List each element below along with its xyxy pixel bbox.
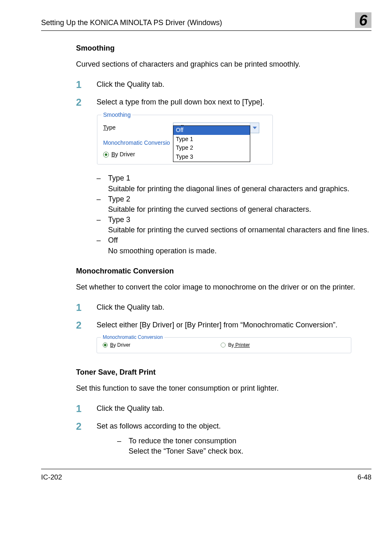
type1-desc: Suitable for printing the diagonal lines… [108,184,371,194]
smoothing-step2-text: Select a type from the pull down box nex… [97,97,371,108]
footer-left: IC-202 [41,473,62,482]
toner-intro: Set this function to save the toner cons… [76,383,371,394]
footer-right: 6-48 [357,473,371,482]
step-number: 2 [76,421,97,432]
type3-label: Type 3 [108,215,371,225]
chapter-box: 6 [355,12,371,28]
smoothing-screenshot: Smoothing Type Off Off Type 1 Ty [76,114,371,165]
smoothing-types-list: – Type 1 Suitable for printing the diago… [76,173,371,256]
footer-rule [41,469,371,469]
mono-screenshot: Monochromatic Conversion By Driver By Pr… [76,337,371,353]
type-dropdown-list[interactable]: Off Type 1 Type 2 Type 3 [173,125,250,162]
mono-step2-text: Select either [By Driver] or [By Printer… [97,320,371,331]
mono-step1-text: Click the Quality tab. [97,302,371,313]
smoothing-fieldset-legend: Smoothing [101,111,132,119]
smoothing-step1-text: Click the Quality tab. [97,79,371,90]
smoothing-intro: Curved sections of characters and graphi… [76,59,371,70]
type3-desc: Suitable for printing the curved section… [108,225,371,235]
by-printer-label: By Printer [228,342,250,349]
step-number: 2 [76,97,97,108]
toner-sub1-desc: Select the “Toner Save” check box. [129,446,371,456]
type-option-type2[interactable]: Type 2 [173,144,250,153]
mono-fieldset-legend: Monochromatic Conversion [101,334,164,341]
off-desc: No smoothing operation is made. [108,246,371,256]
by-driver-label: By Driver [110,342,130,349]
type-label: Type [103,124,173,132]
toner-step1-text: Click the Quality tab. [97,403,371,414]
mono-intro: Set whether to convert the color image t… [76,282,371,292]
toner-sub1-label: To reduce the toner consumption [129,436,371,446]
by-driver-radio-label: By Driver [111,151,135,159]
type-option-type1[interactable]: Type 1 [173,135,250,144]
page-header-title: Setting Up the KONICA MINOLTA PS Driver … [41,18,222,28]
type2-label: Type 2 [108,194,371,204]
type2-desc: Suitable for printing the curved section… [108,204,371,215]
smoothing-heading: Smoothing [76,43,371,53]
step-number: 2 [76,320,97,331]
mono-heading: Monochromatic Conversion [76,266,371,276]
chevron-down-icon[interactable] [250,123,259,133]
step-number: 1 [76,79,97,90]
toner-step2-text: Set as follows according to the object. [97,421,371,432]
by-driver-radio[interactable] [103,343,108,348]
off-label: Off [108,235,371,246]
by-printer-radio[interactable] [221,343,226,348]
type-option-off[interactable]: Off [173,126,250,135]
step-number: 1 [76,403,97,414]
toner-heading: Toner Save, Draft Print [76,367,371,378]
type-option-type3[interactable]: Type 3 [173,153,250,162]
header-rule [41,30,371,31]
by-driver-radio[interactable] [103,152,109,158]
step-number: 1 [76,302,97,313]
type1-label: Type 1 [108,173,371,183]
chapter-number: 6 [359,13,367,28]
